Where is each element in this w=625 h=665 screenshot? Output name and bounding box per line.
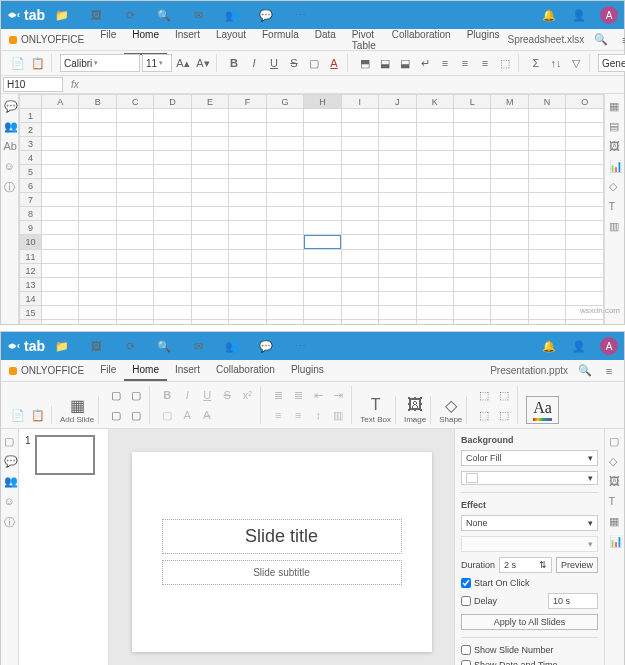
text-settings-icon[interactable]: T [609, 495, 621, 507]
increase-font-icon[interactable]: A▴ [174, 54, 192, 72]
cell-F7[interactable] [229, 193, 266, 207]
col-header-C[interactable]: C [116, 95, 153, 109]
italic-button[interactable]: I [178, 386, 196, 404]
slide-settings-icon[interactable]: ▢ [609, 435, 621, 447]
indent-dec-icon[interactable]: ⇤ [309, 386, 327, 404]
cell-N16[interactable] [528, 320, 565, 325]
cell-J1[interactable] [379, 109, 416, 123]
cell-M2[interactable] [491, 123, 528, 137]
slides-panel-icon[interactable]: ▢ [4, 435, 16, 447]
cell-O12[interactable] [566, 264, 604, 278]
mail-icon[interactable]: ✉ [189, 6, 207, 24]
color-picker[interactable]: ▾ [461, 471, 598, 485]
chat-icon[interactable]: 💬 [257, 337, 275, 355]
cell-M11[interactable] [491, 250, 528, 264]
cell-N4[interactable] [528, 151, 565, 165]
columns-icon[interactable]: ▥ [329, 406, 347, 424]
comments-icon[interactable]: 💬 [4, 100, 16, 112]
cell-D10[interactable] [154, 235, 191, 250]
col-header-B[interactable]: B [79, 95, 116, 109]
fill-color-icon[interactable]: ▢ [305, 54, 323, 72]
image-settings-icon[interactable]: 🖼 [609, 140, 621, 152]
cell-G16[interactable] [266, 320, 303, 325]
cell-E1[interactable] [191, 109, 228, 123]
title-placeholder[interactable]: Slide title [162, 519, 402, 554]
cell-L13[interactable] [453, 278, 490, 292]
cell-B11[interactable] [79, 250, 116, 264]
chart-settings-icon[interactable]: 📊 [609, 535, 621, 547]
cell-K9[interactable] [416, 221, 453, 235]
cell-O5[interactable] [566, 165, 604, 179]
refresh-icon[interactable]: ⟳ [121, 6, 139, 24]
cell-K15[interactable] [416, 306, 453, 320]
cell-O3[interactable] [566, 137, 604, 151]
cell-D1[interactable] [154, 109, 191, 123]
cell-I1[interactable] [341, 109, 378, 123]
tab-plugins[interactable]: Plugins [283, 360, 332, 381]
cell-O8[interactable] [566, 207, 604, 221]
shape-button[interactable]: ◇Shape [435, 396, 467, 424]
paste-icon[interactable]: 📋 [29, 54, 47, 72]
cell-B14[interactable] [79, 292, 116, 306]
cell-K10[interactable] [416, 235, 453, 250]
cell-E10[interactable] [191, 235, 228, 250]
cell-D11[interactable] [154, 250, 191, 264]
cell-C8[interactable] [116, 207, 153, 221]
paste-icon[interactable]: 📋 [29, 406, 47, 424]
tab-pivot-table[interactable]: Pivot Table [344, 25, 384, 55]
cell-A14[interactable] [42, 292, 79, 306]
cell-H13[interactable] [304, 278, 341, 292]
cell-D7[interactable] [154, 193, 191, 207]
cell-C6[interactable] [116, 179, 153, 193]
cell-G2[interactable] [266, 123, 303, 137]
sheet-table[interactable]: ABCDEFGHIJKLMNO1234567891011121314151617… [19, 94, 604, 324]
info-icon[interactable]: ⓘ [4, 180, 16, 192]
delay-checkbox[interactable] [461, 596, 471, 606]
cell-J16[interactable] [379, 320, 416, 325]
row-header-5[interactable]: 5 [20, 165, 42, 179]
row-header-10[interactable]: 10 [20, 235, 42, 250]
cell-C2[interactable] [116, 123, 153, 137]
image-button[interactable]: 🖼Image [400, 396, 431, 424]
cell-I2[interactable] [341, 123, 378, 137]
font-color-icon[interactable]: A [178, 406, 196, 424]
cell-C12[interactable] [116, 264, 153, 278]
table-settings-icon[interactable]: ▤ [609, 120, 621, 132]
cell-K7[interactable] [416, 193, 453, 207]
slide-canvas[interactable]: Slide title Slide subtitle [109, 429, 454, 665]
cell-D3[interactable] [154, 137, 191, 151]
cell-settings-icon[interactable]: ▦ [609, 100, 621, 112]
merge-icon[interactable]: ⬚ [496, 54, 514, 72]
cell-F12[interactable] [229, 264, 266, 278]
layout-icon[interactable]: ▢ [107, 386, 125, 404]
cell-K11[interactable] [416, 250, 453, 264]
cell-I13[interactable] [341, 278, 378, 292]
cell-G14[interactable] [266, 292, 303, 306]
col-header-E[interactable]: E [191, 95, 228, 109]
col-header-G[interactable]: G [266, 95, 303, 109]
cell-I9[interactable] [341, 221, 378, 235]
cell-C11[interactable] [116, 250, 153, 264]
cell-N14[interactable] [528, 292, 565, 306]
info-icon[interactable]: ⓘ [4, 515, 16, 527]
font-color-icon[interactable]: A [325, 54, 343, 72]
cell-A1[interactable] [42, 109, 79, 123]
folder-icon[interactable]: 📁 [53, 6, 71, 24]
cell-A5[interactable] [42, 165, 79, 179]
cell-H8[interactable] [304, 207, 341, 221]
cell-A8[interactable] [42, 207, 79, 221]
cell-B12[interactable] [79, 264, 116, 278]
cell-A16[interactable] [42, 320, 79, 325]
cell-I6[interactable] [341, 179, 378, 193]
cell-M8[interactable] [491, 207, 528, 221]
cell-F5[interactable] [229, 165, 266, 179]
cell-A13[interactable] [42, 278, 79, 292]
col-header-A[interactable]: A [42, 95, 79, 109]
cell-M3[interactable] [491, 137, 528, 151]
cell-C14[interactable] [116, 292, 153, 306]
cell-O14[interactable] [566, 292, 604, 306]
cell-L11[interactable] [453, 250, 490, 264]
col-header-M[interactable]: M [491, 95, 528, 109]
cell-H14[interactable] [304, 292, 341, 306]
cell-O2[interactable] [566, 123, 604, 137]
